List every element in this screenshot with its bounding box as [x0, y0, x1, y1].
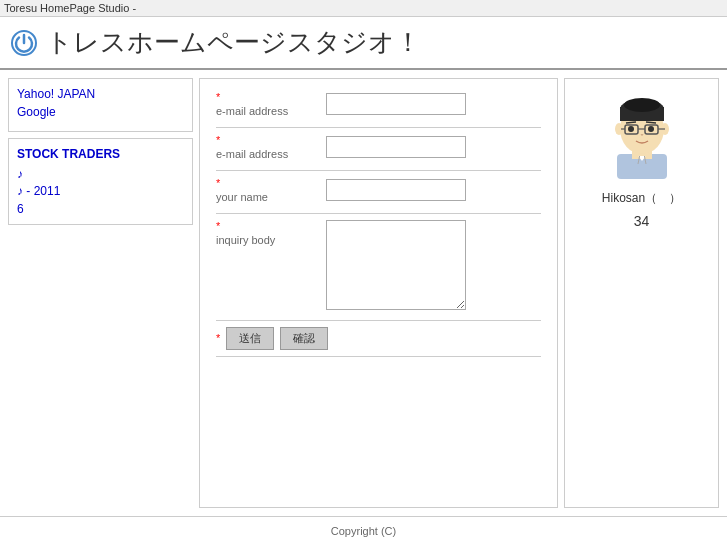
confirm-button[interactable]: 確認 — [280, 327, 328, 350]
email1-label: e-mail address — [216, 105, 326, 117]
right-panel: Hikosan（ ） 34 — [564, 78, 719, 508]
svg-point-18 — [628, 126, 634, 132]
required-star-btn: * — [216, 332, 220, 344]
email2-row: * e-mail address — [216, 134, 541, 160]
name-input[interactable] — [326, 179, 466, 201]
required-star-1: * — [216, 91, 326, 103]
title-bar: Toresu HomePage Studio - — [0, 0, 727, 17]
sidebar-link-google[interactable]: Google — [17, 105, 184, 119]
sub-link-2[interactable]: ♪ - 2011 — [17, 184, 184, 198]
inquiry-textarea[interactable] — [326, 220, 466, 310]
inquiry-row: * inquiry body — [216, 220, 541, 310]
email1-row: * e-mail address — [216, 91, 541, 117]
section-title: STOCK TRADERS — [17, 147, 184, 161]
email1-input[interactable] — [326, 93, 466, 115]
footer-text: Copyright (C) — [331, 525, 396, 537]
svg-point-19 — [648, 126, 654, 132]
sidebar-number: 6 — [17, 202, 184, 216]
links-box: Yahoo! JAPAN Google — [8, 78, 193, 132]
email2-input[interactable] — [326, 136, 466, 158]
power-icon — [10, 29, 38, 57]
main-layout: Yahoo! JAPAN Google STOCK TRADERS ♪ ♪ - … — [0, 70, 727, 516]
stock-traders-section: STOCK TRADERS ♪ ♪ - 2011 6 — [8, 138, 193, 225]
avatar-name: Hikosan（ ） — [602, 190, 681, 207]
avatar-number: 34 — [634, 213, 650, 229]
avatar — [602, 89, 682, 182]
divider-2 — [216, 170, 541, 171]
divider-5 — [216, 356, 541, 357]
divider-1 — [216, 127, 541, 128]
avatar-svg — [602, 89, 682, 179]
inquiry-label: inquiry body — [216, 234, 326, 246]
button-row: * 送信 確認 — [216, 327, 541, 350]
required-star-2: * — [216, 134, 326, 146]
inquiry-label-group: * inquiry body — [216, 220, 326, 246]
name-row: * your name — [216, 177, 541, 203]
name-label: your name — [216, 191, 326, 203]
divider-4 — [216, 320, 541, 321]
email1-label-group: * e-mail address — [216, 91, 326, 117]
footer: Copyright (C) — [0, 516, 727, 545]
svg-line-20 — [626, 122, 636, 123]
svg-line-21 — [646, 122, 656, 123]
sub-link-1[interactable]: ♪ — [17, 167, 184, 181]
sidebar: Yahoo! JAPAN Google STOCK TRADERS ♪ ♪ - … — [8, 78, 193, 508]
email2-label: e-mail address — [216, 148, 326, 160]
name-label-group: * your name — [216, 177, 326, 203]
title-bar-text: Toresu HomePage Studio - — [4, 2, 136, 14]
header: トレスホームページスタジオ！ — [0, 17, 727, 70]
contact-form-panel: * e-mail address * e-mail address * your… — [199, 78, 558, 508]
email2-label-group: * e-mail address — [216, 134, 326, 160]
svg-point-10 — [624, 98, 660, 112]
required-star-3: * — [216, 177, 326, 189]
submit-button[interactable]: 送信 — [226, 327, 274, 350]
divider-3 — [216, 213, 541, 214]
required-star-4: * — [216, 220, 326, 232]
sidebar-link-yahoo[interactable]: Yahoo! JAPAN — [17, 87, 184, 101]
page-title: トレスホームページスタジオ！ — [46, 25, 421, 60]
